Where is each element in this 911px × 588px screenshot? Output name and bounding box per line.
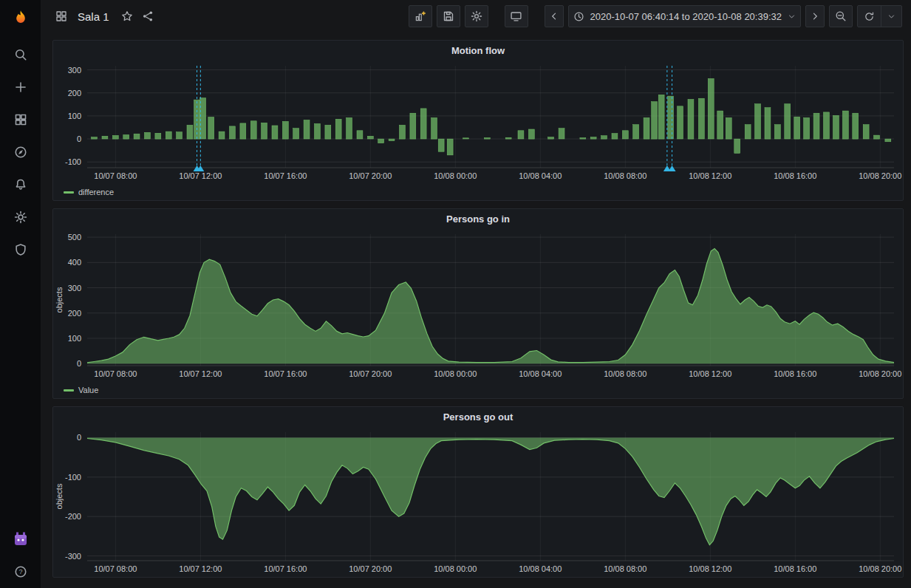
sidebar-item-search[interactable] — [0, 38, 41, 71]
persons-go-in-chart[interactable]: 010020030040050010/07 08:0010/07 12:0010… — [53, 228, 903, 382]
dashboard-grid: Motion flow -100010020030010/07 08:0010/… — [41, 33, 911, 588]
sidebar: ? — [0, 0, 41, 588]
refresh-dashboard-button[interactable] — [858, 6, 881, 27]
svg-text:10/08 16:00: 10/08 16:00 — [774, 171, 816, 180]
svg-text:400: 400 — [68, 258, 81, 267]
svg-text:10/07 12:00: 10/07 12:00 — [179, 171, 222, 180]
svg-text:10/08 20:00: 10/08 20:00 — [859, 564, 901, 573]
svg-text:0: 0 — [77, 359, 81, 368]
svg-text:0: 0 — [77, 433, 81, 442]
svg-text:0: 0 — [77, 134, 81, 143]
share-dashboard-button[interactable] — [137, 6, 158, 27]
panel-header[interactable]: Persons go in — [53, 209, 903, 228]
legend-label[interactable]: difference — [78, 188, 114, 196]
legend-swatch — [64, 389, 74, 392]
svg-text:10/07 20:00: 10/07 20:00 — [349, 369, 392, 378]
svg-text:objects: objects — [55, 483, 64, 509]
clock-icon — [573, 11, 584, 22]
panel-persons-go-out: Persons go out -300-200-100010/07 08:001… — [52, 406, 904, 578]
main-area: Sala 1 — [41, 0, 911, 588]
svg-text:10/07 08:00: 10/07 08:00 — [94, 564, 137, 573]
cycle-view-mode-button[interactable] — [505, 5, 528, 27]
chevron-left-icon — [549, 11, 559, 21]
search-icon — [14, 48, 27, 61]
navbar-right-controls: 2020-10-07 06:40:14 to 2020-10-08 20:39:… — [409, 5, 903, 27]
time-range-picker-button[interactable]: 2020-10-07 06:40:14 to 2020-10-08 20:39:… — [568, 5, 802, 27]
navbar: Sala 1 — [41, 0, 911, 33]
svg-text:10/08 12:00: 10/08 12:00 — [689, 369, 731, 378]
dashboard-picker-button[interactable] — [51, 6, 72, 27]
svg-text:objects: objects — [55, 287, 64, 312]
persons-go-out-chart[interactable]: -300-200-100010/07 08:0010/07 12:0010/07… — [53, 426, 903, 577]
bell-icon — [14, 178, 27, 191]
panel-header[interactable]: Motion flow — [53, 41, 903, 60]
svg-text:100: 100 — [68, 334, 81, 343]
svg-text:300: 300 — [68, 284, 81, 293]
time-range-back-button[interactable] — [545, 5, 564, 27]
dashboard-settings-button[interactable] — [465, 5, 488, 27]
shield-icon — [14, 243, 27, 256]
sidebar-item-explore[interactable] — [0, 136, 41, 168]
settings-gear-icon — [471, 10, 482, 22]
sidebar-item-help[interactable]: ? — [0, 555, 41, 588]
dashboard-title[interactable]: Sala 1 — [78, 10, 109, 23]
svg-text:10/08 16:00: 10/08 16:00 — [774, 369, 816, 378]
legend-label[interactable]: Value — [78, 386, 98, 394]
panel-legend: difference — [53, 184, 903, 200]
svg-text:10/07 08:00: 10/07 08:00 — [94, 171, 137, 180]
save-dashboard-button[interactable] — [437, 5, 460, 27]
avatar-icon — [12, 530, 30, 548]
svg-text:10/08 08:00: 10/08 08:00 — [604, 564, 646, 573]
panel-legend: Value — [53, 382, 903, 398]
sidebar-item-alerting[interactable] — [0, 168, 41, 201]
svg-text:10/08 08:00: 10/08 08:00 — [604, 369, 646, 378]
sidebar-item-create[interactable] — [0, 71, 41, 103]
svg-text:300: 300 — [68, 66, 81, 75]
svg-text:-100: -100 — [65, 473, 81, 482]
sidebar-item-user-avatar[interactable] — [0, 523, 41, 555]
star-dashboard-button[interactable] — [117, 6, 137, 27]
svg-text:10/08 04:00: 10/08 04:00 — [519, 369, 562, 378]
panel-motion-flow: Motion flow -100010020030010/07 08:0010/… — [52, 40, 904, 201]
refresh-icon — [864, 11, 875, 22]
svg-text:10/08 12:00: 10/08 12:00 — [689, 171, 731, 180]
time-range-forward-button[interactable] — [805, 5, 825, 27]
svg-text:10/07 16:00: 10/07 16:00 — [264, 369, 307, 378]
grafana-logo[interactable] — [0, 0, 41, 38]
svg-text:-100: -100 — [65, 157, 81, 166]
svg-text:10/08 00:00: 10/08 00:00 — [434, 171, 477, 180]
help-icon: ? — [14, 565, 27, 578]
chevron-down-icon — [788, 13, 796, 21]
svg-text:10/07 08:00: 10/07 08:00 — [94, 369, 137, 378]
panel-header[interactable]: Persons go out — [53, 407, 903, 426]
refresh-interval-dropdown[interactable] — [881, 6, 901, 27]
motion-flow-chart[interactable]: -100010020030010/07 08:0010/07 12:0010/0… — [53, 60, 903, 184]
svg-text:10/07 12:00: 10/07 12:00 — [179, 369, 222, 378]
svg-text:10/07 16:00: 10/07 16:00 — [264, 564, 307, 573]
svg-text:10/07 12:00: 10/07 12:00 — [179, 564, 222, 573]
svg-text:10/08 04:00: 10/08 04:00 — [519, 564, 562, 573]
chart-wrap: -100010020030010/07 08:0010/07 12:0010/0… — [53, 60, 903, 184]
sidebar-item-configuration[interactable] — [0, 201, 41, 233]
svg-text:100: 100 — [68, 112, 81, 120]
time-range-label: 2020-10-07 06:40:14 to 2020-10-08 20:39:… — [590, 11, 782, 22]
svg-text:10/08 12:00: 10/08 12:00 — [689, 564, 731, 573]
svg-text:10/08 04:00: 10/08 04:00 — [519, 171, 562, 180]
svg-text:-300: -300 — [65, 552, 81, 561]
plus-icon — [14, 81, 27, 94]
panel-title[interactable]: Persons go in — [446, 213, 510, 225]
svg-text:10/08 00:00: 10/08 00:00 — [434, 564, 477, 573]
svg-text:10/08 08:00: 10/08 08:00 — [604, 171, 646, 180]
panel-title[interactable]: Motion flow — [451, 45, 505, 56]
sidebar-item-server-admin[interactable] — [0, 233, 41, 266]
svg-text:10/07 20:00: 10/07 20:00 — [349, 564, 392, 573]
panel-title[interactable]: Persons go out — [443, 411, 513, 423]
sidebar-item-dashboards[interactable] — [0, 103, 41, 136]
svg-text:10/07 20:00: 10/07 20:00 — [349, 171, 392, 180]
svg-text:-200: -200 — [65, 512, 81, 521]
svg-text:200: 200 — [68, 309, 81, 318]
share-icon — [142, 10, 154, 22]
zoom-out-time-button[interactable] — [829, 5, 853, 27]
svg-text:10/07 16:00: 10/07 16:00 — [264, 171, 307, 180]
add-panel-button[interactable] — [409, 5, 432, 27]
